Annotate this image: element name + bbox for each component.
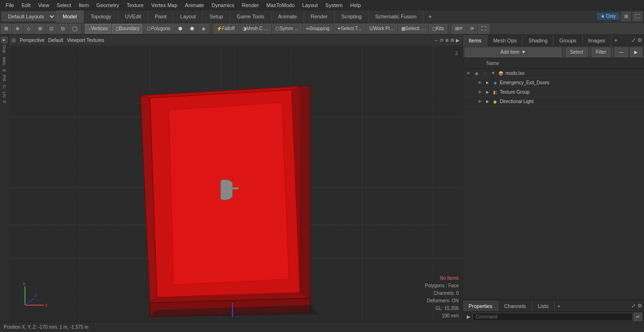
vp-icon-move[interactable]: ↔ xyxy=(434,38,438,43)
vp-icon-zoom[interactable]: ⊕ xyxy=(445,38,449,43)
canvas-area[interactable]: No Items Polygons : Face Channels: 0 Def… xyxy=(8,46,462,322)
tab-images[interactable]: Images xyxy=(583,35,611,46)
kits-btn[interactable]: ⊞ ⟳ xyxy=(452,24,466,33)
mesh2-btn[interactable]: ⬣ xyxy=(187,24,198,33)
eye-icon-emergency[interactable]: 👁 xyxy=(476,80,483,86)
tab-paint[interactable]: Paint xyxy=(148,10,173,23)
lasso-btn[interactable]: ◇ xyxy=(24,24,34,33)
eye3-icon-modo[interactable]: ◌ xyxy=(482,70,488,77)
polygons-btn[interactable]: ⬡ Polygons xyxy=(143,24,173,33)
transform-btn[interactable]: ⊞ xyxy=(35,24,45,33)
tab-add[interactable]: + xyxy=(423,11,437,22)
tab-shading[interactable]: Shading xyxy=(523,35,553,46)
menu-maxtomodo[interactable]: MaxToModo xyxy=(263,1,298,9)
scale-btn[interactable]: ⊟ xyxy=(58,24,68,33)
menu-layout[interactable]: Layout xyxy=(298,1,322,9)
filter-btn[interactable]: Filter xyxy=(592,48,611,57)
selecti-btn[interactable]: ◻ Kits xyxy=(429,24,447,33)
items-icon1[interactable]: — xyxy=(615,48,628,57)
tab-scripting[interactable]: Scripting xyxy=(335,10,369,23)
tab-properties[interactable]: Properties xyxy=(463,300,498,312)
circle-btn[interactable]: ◯ xyxy=(69,24,81,33)
tab-layout[interactable]: Layout xyxy=(173,10,203,23)
tab-setup[interactable]: Setup xyxy=(203,10,230,23)
tree-arrow-texture[interactable]: ▶ xyxy=(485,89,490,95)
menu-bar: File Edit View Select Item Geometry Text… xyxy=(0,0,644,10)
vertices-btn[interactable]: ⬩ Vertices xyxy=(85,24,111,33)
menu-file[interactable]: File xyxy=(2,1,18,9)
menu-dynamics[interactable]: Dynamics xyxy=(208,1,238,9)
tab-topology[interactable]: Topology xyxy=(84,10,118,23)
quad-btn[interactable]: ⊞ xyxy=(1,24,11,33)
bottom-tab-add[interactable]: + xyxy=(554,303,563,309)
scene-item-modo-lxo[interactable]: 👁 ◉ ◌ ▼ 📦 modo.lxo xyxy=(463,69,644,78)
action-btn[interactable]: ⚡ Falloff xyxy=(213,24,238,33)
vp-icon-rotate[interactable]: ⟳ xyxy=(440,38,444,43)
tab-channels[interactable]: Channels xyxy=(498,300,532,312)
mesh3-btn[interactable]: ◈ xyxy=(198,24,209,33)
bottom-gear-icon[interactable]: ⚙ xyxy=(637,303,642,309)
origin-btn[interactable]: ⊕ xyxy=(12,24,23,33)
tree-arrow-modo[interactable]: ▼ xyxy=(490,71,496,76)
tab-render[interactable]: Render xyxy=(304,10,335,23)
eye-icon-light[interactable]: 👁 xyxy=(476,98,483,105)
scene-item-texture[interactable]: 👁 ▶ ◧ Texture Group xyxy=(463,88,644,97)
scene-item-light[interactable]: 👁 ▶ ◉ Directional Light xyxy=(463,97,644,106)
menu-edit[interactable]: Edit xyxy=(18,1,34,9)
sidebar-tool-1[interactable]: ▶ xyxy=(1,37,8,43)
rotate2-btn[interactable]: ⟳ xyxy=(467,24,477,33)
panel-tab-add[interactable]: + xyxy=(611,37,621,44)
menu-vertex-map[interactable]: Vertex Map xyxy=(148,1,182,9)
tab-groups[interactable]: Groups xyxy=(553,35,582,46)
tab-lists[interactable]: Lists xyxy=(532,300,555,312)
panel-expand-icon[interactable]: ⤢ xyxy=(631,37,636,43)
menu-help[interactable]: Help xyxy=(347,1,365,9)
viewport[interactable]: Perspective Default Viewport Textures ↔ … xyxy=(8,35,462,322)
tab-model[interactable]: Model xyxy=(56,10,84,23)
layout-icon-2[interactable]: ⛶ xyxy=(633,12,642,21)
menu-view[interactable]: View xyxy=(34,1,53,9)
tab-animate[interactable]: Animate xyxy=(272,10,304,23)
fullscreen-btn[interactable]: ⛶ xyxy=(478,24,489,33)
layout-icon-1[interactable]: ⊞ xyxy=(621,12,631,21)
command-submit-btn[interactable]: ↵ xyxy=(634,313,642,321)
command-input[interactable] xyxy=(472,313,633,321)
menu-geometry[interactable]: Geometry xyxy=(92,1,123,9)
panel-tab-icons: ⤢ ⚙ xyxy=(631,37,644,43)
snapping-btn[interactable]: ✦ Select T... xyxy=(334,24,365,33)
work-pl-btn[interactable]: ▦ Selecti ... xyxy=(398,24,428,33)
symm-btn[interactable]: ⇔ Snapping xyxy=(303,24,333,33)
falloff-btn[interactable]: ◑ Mesh C ... xyxy=(239,24,272,33)
menu-animate[interactable]: Animate xyxy=(181,1,207,9)
select-btn[interactable]: Select xyxy=(566,48,587,57)
tab-uvedit[interactable]: UVEdit xyxy=(118,10,148,23)
tree-arrow-light[interactable]: ▶ xyxy=(485,99,490,105)
layout-dropdown[interactable]: Default Layouts xyxy=(2,12,56,21)
items-icon2[interactable]: ▶ xyxy=(630,48,642,57)
scene-item-emergency[interactable]: 👁 ▶ ◆ Emergency_Exit_Doors xyxy=(463,78,644,88)
menu-item[interactable]: Item xyxy=(75,1,92,9)
tree-arrow-emergency[interactable]: ▶ xyxy=(485,80,490,86)
vp-icon-play[interactable]: ▶ xyxy=(456,38,460,43)
mesh-btn[interactable]: ⬢ xyxy=(175,24,186,33)
vp-icon-settings[interactable]: ⚙ xyxy=(450,38,454,43)
add-item-btn[interactable]: Add Item ▼ xyxy=(465,48,561,57)
tab-game-tools[interactable]: Game Tools xyxy=(230,10,272,23)
tab-schematic-fusion[interactable]: Schematic Fusion xyxy=(369,10,423,23)
panel-gear-icon[interactable]: ⚙ xyxy=(637,37,642,43)
rotate-btn[interactable]: ⊡ xyxy=(46,24,57,33)
boundary-btn[interactable]: ◻ Boundary xyxy=(112,24,143,33)
eye-icon-texture[interactable]: 👁 xyxy=(476,89,483,96)
bottom-expand-icon[interactable]: ⤢ xyxy=(631,303,636,309)
mesh-c-btn[interactable]: ⬠ Symm ... xyxy=(272,24,301,33)
select-t-btn[interactable]: ☑ Work Pl... xyxy=(366,24,397,33)
menu-render[interactable]: Render xyxy=(238,1,263,9)
tab-mesh-ops[interactable]: Mesh Ops xyxy=(487,35,523,46)
menu-texture[interactable]: Texture xyxy=(123,1,148,9)
menu-system[interactable]: System xyxy=(322,1,347,9)
tab-items[interactable]: Items xyxy=(463,35,487,46)
menu-select[interactable]: Select xyxy=(53,1,75,9)
scene-list[interactable]: 👁 ◉ ◌ ▼ 📦 modo.lxo 👁 ▶ ◆ Emergency_Exit_… xyxy=(463,69,644,300)
eye-icon-modo[interactable]: 👁 xyxy=(465,70,471,77)
eye2-icon-modo[interactable]: ◉ xyxy=(473,70,480,77)
